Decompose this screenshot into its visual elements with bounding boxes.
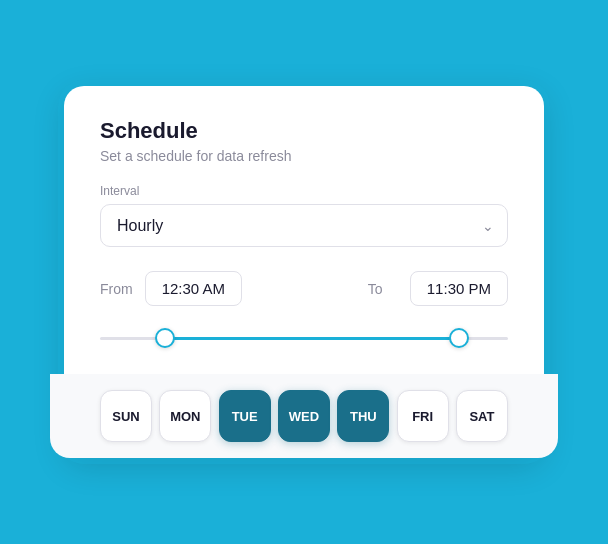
- interval-label: Interval: [100, 184, 508, 198]
- time-slider[interactable]: [100, 326, 508, 350]
- slider-fill: [165, 337, 459, 340]
- day-button-thu[interactable]: THU: [337, 390, 389, 442]
- day-button-mon[interactable]: MON: [159, 390, 211, 442]
- day-button-wed[interactable]: WED: [278, 390, 330, 442]
- interval-select-wrapper: Hourly Daily Weekly Monthly ⌄: [100, 204, 508, 247]
- schedule-card: Schedule Set a schedule for data refresh…: [64, 86, 544, 458]
- from-label: From: [100, 281, 133, 297]
- to-label: To: [368, 281, 398, 297]
- from-time-badge[interactable]: 12:30 AM: [145, 271, 242, 306]
- time-range-row: From 12:30 AM To 11:30 PM: [100, 271, 508, 306]
- day-button-tue[interactable]: TUE: [219, 390, 271, 442]
- card-subtitle: Set a schedule for data refresh: [100, 148, 508, 164]
- days-selector: SUN MON TUE WED THU FRI SAT: [50, 374, 558, 458]
- card-title: Schedule: [100, 118, 508, 144]
- schedule-dialog: Schedule Set a schedule for data refresh…: [64, 86, 544, 458]
- to-time-badge[interactable]: 11:30 PM: [410, 271, 508, 306]
- day-button-fri[interactable]: FRI: [397, 390, 449, 442]
- day-button-sun[interactable]: SUN: [100, 390, 152, 442]
- slider-thumb-right[interactable]: [449, 328, 469, 348]
- slider-thumb-left[interactable]: [155, 328, 175, 348]
- interval-select[interactable]: Hourly Daily Weekly Monthly: [100, 204, 508, 247]
- day-button-sat[interactable]: SAT: [456, 390, 508, 442]
